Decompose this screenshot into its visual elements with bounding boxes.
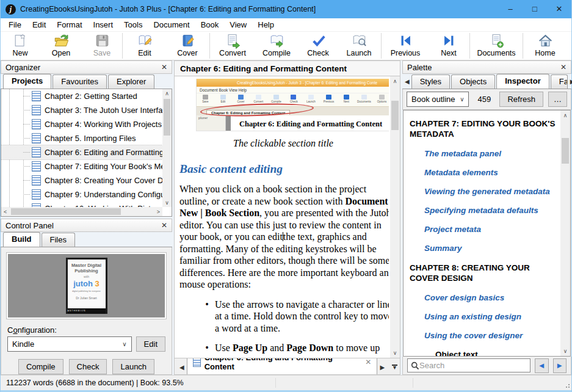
palette-tabs-scroll-right-icon[interactable]: ▶ [569,78,572,89]
save-button[interactable]: Save [82,32,121,60]
tab-favourites[interactable]: Favourites [52,74,107,89]
tab-objects[interactable]: Objects [451,74,495,89]
outline-section[interactable]: Project metata [424,225,559,234]
editor-vertical-scrollbar[interactable]: ∧ ∨ [390,76,400,358]
documents-button[interactable]: Documents [471,32,522,60]
launch-panel-button[interactable]: Launch [112,359,154,374]
outline-chapter[interactable]: CHAPTER 7: EDITING YOUR BOOK'S METADATA [410,118,559,139]
outline-chapter[interactable]: CHAPTER 8: CREATING YOUR COVER DESIGN [410,263,559,283]
edit-configuration-button[interactable]: Edit [136,336,165,352]
toolbar-separator [523,33,523,59]
check-panel-button[interactable]: Check [69,359,107,374]
scroll-left-icon[interactable]: < [4,209,7,215]
scroll-down-icon[interactable]: ∨ [390,350,400,356]
scrollbar-thumb[interactable] [391,101,399,130]
tree-item-selected[interactable]: Chapter 6: Editing and Formatting C [1,145,162,159]
scroll-up-icon[interactable]: ∧ [162,90,172,96]
search-input[interactable] [419,361,527,370]
inspector-mode-select[interactable]: Book outline ∨ [407,92,469,107]
navigate-back-button[interactable]: ◄ [535,358,549,373]
minimize-button[interactable]: – [498,0,523,18]
refresh-button[interactable]: Refresh [499,92,543,107]
scroll-right-icon[interactable]: > [157,209,160,215]
tree-item[interactable]: Chapter 7: Editing Your Book's Meta [1,159,162,173]
menu-tools[interactable]: Tools [118,19,148,31]
tab-inspector[interactable]: Inspector [496,74,549,89]
menu-edit[interactable]: Edit [27,19,51,31]
maximize-button[interactable]: □ [523,0,547,18]
new-button[interactable]: New [1,32,40,60]
scroll-up-icon[interactable]: ∧ [560,112,570,118]
outline-section[interactable]: Specifying metadata defaults [424,206,559,215]
tab-scroll-left-icon[interactable]: ◀ [177,364,187,374]
scrollbar-thumb[interactable] [164,99,170,136]
menu-book[interactable]: Book [195,19,225,31]
previous-button[interactable]: Previous [382,32,429,60]
menu-format[interactable]: Format [51,19,87,31]
scroll-down-icon[interactable]: ∨ [560,348,570,354]
menu-file[interactable]: File [3,19,27,31]
outline-vertical-scrollbar[interactable]: ∧ ∨ [560,111,570,356]
more-options-button[interactable]: … [548,92,567,107]
outline-section[interactable]: Metadata elements [424,168,559,177]
search-box[interactable] [407,358,530,372]
cover-button[interactable]: Cover [166,32,209,60]
outline-section[interactable]: The metadata panel [424,149,559,158]
tab-files[interactable]: Files [42,233,75,247]
tab-scroll-right-icon[interactable]: ▶ [377,364,387,371]
outline-section[interactable]: Cover design basics [424,293,559,302]
scroll-up-icon[interactable]: ∧ [390,78,400,84]
tab-list-menu-icon[interactable]: ▼ [392,365,397,370]
check-button[interactable]: Check [299,32,338,60]
document-title-header: Chapter 6: Editing and Formatting Conten… [174,60,400,76]
tree-item[interactable]: Chapter 3: The Jutoh User Interface [1,103,162,117]
document-editor[interactable]: CreatingEbooksUsingJutoh - Jutoh 3 - [Ch… [174,76,400,358]
tree-horizontal-scrollbar[interactable]: < > [1,207,162,216]
outline-section[interactable]: Summary [424,244,559,253]
menu-view[interactable]: View [224,19,252,31]
tree-vertical-scrollbar[interactable]: ∧ ∨ [162,89,172,207]
menu-insert[interactable]: Insert [88,19,119,31]
tree-item[interactable]: Chapter 2: Getting Started [1,89,162,103]
organizer-panel: Organizer ✕ Projects Favourites Explorer… [1,60,172,217]
configuration-select[interactable]: Kindle ∨ [7,336,132,352]
cover-book-pencil-icon [179,33,196,49]
outline-section[interactable]: Using the cover designer [424,331,559,340]
compile-panel-button[interactable]: Compile [18,359,63,374]
navigate-forward-button[interactable]: ► [553,358,567,373]
resize-grip[interactable] [565,384,570,389]
tree-item[interactable]: Chapter 4: Working With Projects [1,117,162,131]
tree-item[interactable]: Chapter 10: Working With Pictures [1,201,162,207]
scrollbar-thumb[interactable] [562,138,569,164]
menu-help[interactable]: Help [252,19,280,31]
tab-build[interactable]: Build [3,232,40,247]
menu-document[interactable]: Document [148,19,195,31]
close-button[interactable]: ✕ [547,0,571,18]
outline-section[interactable]: Using an existing design [424,312,559,321]
tab-styles[interactable]: Styles [411,74,450,89]
tab-explorer[interactable]: Explorer [108,74,154,89]
open-button[interactable]: Open [40,32,82,60]
palette-close-icon[interactable]: ✕ [560,63,567,71]
scroll-down-icon[interactable]: ∨ [162,200,172,206]
tab-close-icon[interactable]: ✕ [365,358,371,366]
embedded-tab-row: Chapter 6: Editing and Formatting Conten… [197,107,389,115]
home-button[interactable]: Home [524,32,567,60]
next-button[interactable]: Next [429,32,469,60]
scrollbar-thumb[interactable] [11,208,121,215]
tab-favourites-truncated[interactable]: Favou [551,74,568,89]
tree-item[interactable]: Chapter 8: Creating Your Cover Desi [1,173,162,187]
organizer-close-icon[interactable]: ✕ [161,63,167,71]
outline-section[interactable]: Viewing the generated metadata [424,187,559,196]
control-panel-close-icon[interactable]: ✕ [161,221,167,230]
outline-subsection[interactable]: Object text [435,350,559,356]
edit-button[interactable]: Edit [123,32,166,60]
bullet-item: •Use Page Up and Page Down to move up [179,342,389,354]
convert-button[interactable]: Convert [211,32,255,60]
tab-projects[interactable]: Projects [3,74,51,89]
tree-item[interactable]: Chapter 5. Importing Files [1,131,162,145]
tree-item[interactable]: Chapter 9: Understanding Configura [1,187,162,201]
compile-button[interactable]: Compile [255,32,299,60]
launch-button[interactable]: Launch [338,32,380,60]
palette-tabs-scroll-left-icon[interactable]: ◀ [405,78,411,89]
